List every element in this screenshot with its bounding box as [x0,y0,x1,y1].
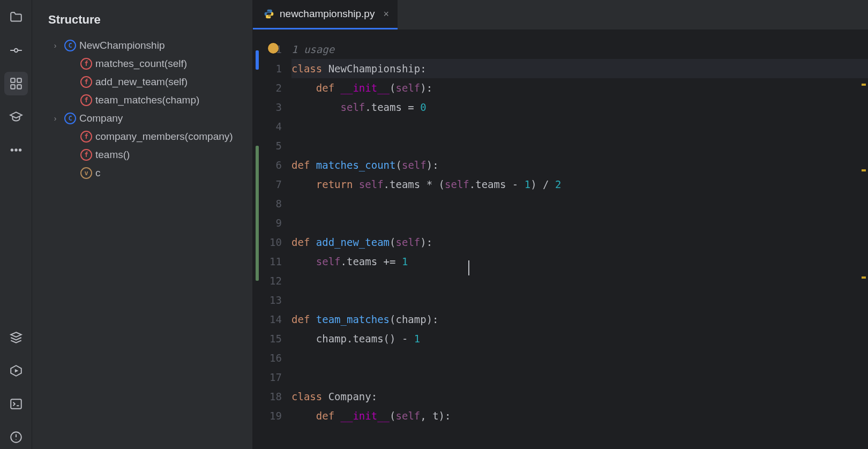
tree-item-label: company_members(company) [95,131,233,143]
token: self [445,178,469,190]
line-number[interactable]: 2 [253,78,282,98]
editor-area: newchampionship.py × 1123456789101112131… [253,0,868,449]
token: ( [390,82,395,94]
code-line[interactable]: def add_new_team(self): [291,233,868,252]
line-number[interactable]: 15 [253,329,282,348]
line-number[interactable]: 10 [253,233,282,252]
line-number[interactable]: 16 [253,348,282,368]
line-number[interactable]: 8 [253,194,282,213]
code-line[interactable]: def __init__(self, t): [291,406,868,425]
folder-icon[interactable] [4,5,28,29]
token [291,410,316,422]
line-number[interactable]: 1 [253,40,282,59]
commit-icon[interactable] [4,39,28,62]
svg-point-5 [11,149,12,151]
line-number[interactable]: 4 [253,117,282,136]
code-line[interactable]: return self.teams * (self.teams - 1) / 2 [291,175,868,194]
line-number[interactable]: 17 [253,368,282,387]
token: def [316,410,341,422]
code-line[interactable] [291,194,868,213]
tree-item-addnewteamself[interactable]: fadd_new_team(self) [35,73,252,91]
svg-point-7 [19,149,20,151]
line-number[interactable]: 18 [253,387,282,406]
learn-icon[interactable] [4,105,28,129]
line-number[interactable]: 12 [253,271,282,290]
svg-rect-10 [11,399,21,408]
structure-icon[interactable] [4,72,28,95]
token: ): [420,236,432,248]
token: .teams - [469,178,525,190]
code-line[interactable]: champ.teams() - 1 [291,329,868,348]
tree-item-label: team_matches(champ) [95,94,199,106]
token: ) / [530,178,555,190]
code-line[interactable] [291,117,868,136]
tree-item-teams[interactable]: fteams() [35,146,252,164]
code-line[interactable]: self.teams = 0 [291,98,868,117]
stack-icon[interactable] [4,326,28,349]
code-body[interactable]: 1 usageclass NewChampionship: def __init… [291,30,868,449]
more-icon[interactable] [4,138,28,162]
token: def [316,82,341,94]
line-number[interactable]: 14 [253,310,282,329]
code-line[interactable]: def team_matches(champ): [291,310,868,329]
scrollbar[interactable] [860,62,867,437]
line-number[interactable]: 11 [253,252,282,271]
code-line[interactable] [291,271,868,290]
chevron-right-icon[interactable]: › [49,114,61,123]
tree-item-newchampionship[interactable]: ›CNewChampionship [35,36,252,55]
code-line[interactable]: self.teams += 1 [291,252,868,271]
token: self [341,101,365,113]
code-line[interactable]: class NewChampionship: [291,59,868,78]
line-number[interactable]: 3 [253,98,282,117]
line-number[interactable]: 19 [253,406,282,425]
token: self [402,159,426,171]
tree-item-matchescountself[interactable]: fmatches_count(self) [35,55,252,73]
lightbulb-icon[interactable] [268,43,279,54]
code-line[interactable] [291,136,868,155]
line-number[interactable]: 7 [253,175,282,194]
scroll-mark [862,169,866,171]
line-number[interactable]: 5 [253,136,282,155]
svg-point-6 [15,149,17,151]
svg-rect-1 [11,78,15,83]
f-badge-icon: f [80,94,92,106]
code-line[interactable] [291,368,868,387]
token: .teams * ( [384,178,445,190]
tree-item-companymemberscompany[interactable]: fcompany_members(company) [35,128,252,146]
code-line[interactable] [291,290,868,310]
token [291,256,316,267]
services-icon[interactable] [4,359,28,383]
c-badge-icon: C [64,113,76,124]
code-line[interactable]: def __init__(self): [291,78,868,98]
panel-title: Structure [32,8,252,36]
tree-item-c[interactable]: vc [35,164,252,182]
code-editor[interactable]: 112345678910111213141516171819 1 usagecl… [253,30,868,449]
terminal-icon[interactable] [4,392,28,416]
line-number[interactable]: 6 [253,155,282,175]
line-number[interactable]: 1 [253,59,282,78]
token: return [316,178,359,190]
token [291,178,316,190]
token: ( [390,410,395,422]
code-line[interactable]: def matches_count(self): [291,155,868,175]
token [291,101,341,113]
chevron-right-icon[interactable]: › [49,41,61,50]
tab-file[interactable]: newchampionship.py × [253,0,398,29]
code-line[interactable] [291,213,868,233]
code-line[interactable] [291,348,868,368]
tree-item-label: add_new_team(self) [95,76,188,88]
code-line[interactable]: 1 usage [291,40,868,59]
token: champ.teams() - [291,333,414,345]
token: 1 [414,333,420,345]
token: self [316,256,341,267]
token [291,82,316,94]
tree-item-company[interactable]: ›CCompany [35,109,252,128]
token: ( [390,236,395,248]
problems-icon[interactable] [4,425,28,449]
line-number[interactable]: 13 [253,290,282,310]
tree-item-teammatcheschamp[interactable]: fteam_matches(champ) [35,91,252,109]
line-number[interactable]: 9 [253,213,282,233]
code-line[interactable]: class Company: [291,387,868,406]
token: 1 usage [291,43,334,55]
close-icon[interactable]: × [383,9,389,20]
